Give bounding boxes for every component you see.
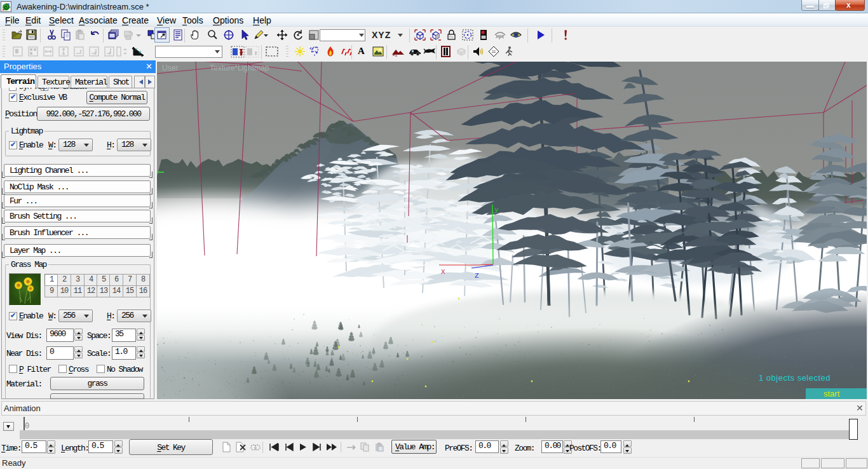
svg-text:start: start: [824, 389, 840, 398]
svg-text:Texture*Lightmap: Texture*Lightmap: [210, 64, 269, 72]
svg-text:X: X: [441, 268, 445, 276]
svg-text:y: y: [494, 206, 499, 214]
svg-text:User: User: [162, 64, 178, 72]
svg-text:v: v: [135, 46, 137, 52]
svg-text:Z: Z: [475, 272, 479, 280]
svg-text:u: u: [139, 49, 141, 55]
svg-text:1 objects selected: 1 objects selected: [759, 373, 831, 383]
